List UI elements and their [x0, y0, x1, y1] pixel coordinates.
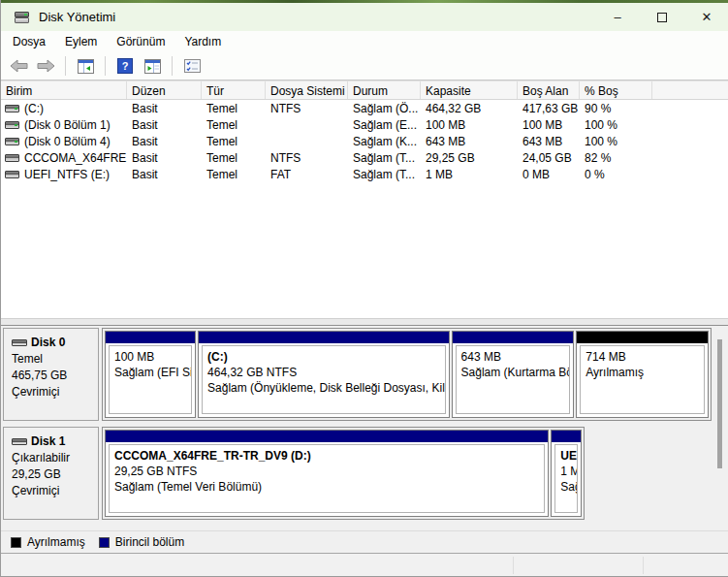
column-header-freespace[interactable]: Boş Alan [518, 81, 580, 99]
legend-primary-partition: Birincil bölüm [99, 535, 184, 549]
volume-pctfree: 82 % [580, 151, 652, 165]
volume-name: (Disk 0 Bölüm 1) [24, 118, 111, 132]
column-header-capacity[interactable]: Kapasite [421, 81, 518, 99]
partition-efi[interactable]: 100 MB Sağlam (EFI Sis [105, 331, 196, 418]
volume-list-pane: Birim Düzen Tür Dosya Sistemi Durum Kapa… [1, 80, 728, 318]
disk-management-window: Disk Yönetimi – ✕ Dosya Eylem Görünüm Ya… [0, 0, 728, 577]
volume-type: Temel [202, 102, 266, 115]
pane-splitter[interactable] [1, 318, 728, 326]
column-header-volume[interactable]: Birim [1, 81, 127, 99]
volume-name: (Disk 0 Bölüm 4) [24, 135, 111, 148]
window-title: Disk Yönetimi [39, 10, 115, 24]
properties-icon[interactable] [180, 54, 204, 78]
disk0-band: 100 MB Sağlam (EFI Sis (C:) 464,32 GB NT… [102, 328, 712, 421]
column-header-status[interactable]: Durum [348, 81, 421, 99]
volume-row[interactable]: UEFI_NTFS (E:) Basit Temel FAT Sağlam (T… [1, 166, 728, 182]
menu-action[interactable]: Eylem [55, 32, 107, 51]
toolbar-separator [105, 56, 106, 76]
volume-status: Sağlam (K... [348, 135, 421, 148]
partition-size: 29,25 GB NTFS [114, 464, 539, 479]
close-button[interactable]: ✕ [684, 3, 728, 31]
volume-capacity: 643 MB [421, 135, 518, 148]
partition-unallocated[interactable]: 714 MB Ayrılmamış [576, 331, 709, 418]
svg-text:?: ? [122, 60, 129, 72]
disk1-label-panel[interactable]: Disk 1 Çıkarılabilir 29,25 GB Çevrimiçi [3, 427, 99, 520]
volume-capacity: 29,25 GB [421, 151, 518, 165]
partition-size: 643 MB [461, 349, 565, 365]
vertical-scrollbar[interactable] [714, 328, 725, 529]
menu-help[interactable]: Yardım [174, 32, 231, 51]
volume-table-header: Birim Düzen Tür Dosya Sistemi Durum Kapa… [1, 80, 728, 100]
disk0-label-panel[interactable]: Disk 0 Temel 465,75 GB Çevrimiçi [3, 328, 99, 421]
menu-bar: Dosya Eylem Görünüm Yardım [1, 31, 728, 52]
volume-pctfree: 100 % [580, 135, 652, 148]
show-hide-icon[interactable] [141, 54, 164, 78]
drive-icon [5, 105, 19, 112]
column-header-layout[interactable]: Düzen [127, 81, 202, 99]
volume-type: Temel [202, 151, 266, 165]
volume-filesystem: FAT [266, 168, 348, 181]
partition-d[interactable]: CCCOMA_X64FRE_TR-TR_DV9 (D:) 29,25 GB NT… [105, 430, 549, 517]
disk1-size: 29,25 GB [12, 466, 98, 483]
volume-status: Sağlam (T... [348, 151, 421, 165]
drive-icon [5, 154, 19, 162]
primary-partition-bar [199, 332, 448, 343]
help-icon[interactable]: ? [113, 54, 137, 78]
partition-size: 714 MB [586, 349, 699, 365]
maximize-button[interactable] [640, 3, 684, 31]
status-divider [643, 557, 644, 574]
column-header-type[interactable]: Tür [202, 81, 266, 99]
volume-name: (C:) [24, 102, 44, 115]
graphical-view-pane: Disk 0 Temel 465,75 GB Çevrimiçi 100 MB … [1, 326, 728, 530]
disk0-name: Disk 0 [31, 335, 65, 351]
volume-layout: Basit [127, 102, 202, 115]
volume-capacity: 1 MB [421, 168, 518, 181]
volume-row[interactable]: (Disk 0 Bölüm 4) Basit Temel Sağlam (K..… [1, 133, 728, 149]
partition-name: UE [560, 448, 572, 464]
volume-row[interactable]: (C:) Basit Temel NTFS Sağlam (Ö... 464,3… [1, 100, 728, 116]
scrollbar-thumb[interactable] [717, 339, 722, 468]
partition-status: Ayrılmamış [586, 365, 699, 380]
console-tree-icon[interactable] [74, 54, 97, 78]
menu-view[interactable]: Görünüm [107, 32, 174, 51]
volume-filesystem: NTFS [266, 102, 348, 115]
volume-type: Temel [202, 135, 266, 148]
volume-row[interactable]: (Disk 0 Bölüm 1) Basit Temel Sağlam (E..… [1, 116, 728, 133]
disk1-kind: Çıkarılabilir [12, 450, 98, 466]
volume-layout: Basit [127, 118, 202, 132]
partition-uefi-ntfs[interactable]: UE 1 M Sağ [551, 430, 582, 517]
volume-capacity: 100 MB [421, 118, 518, 132]
disk0-status: Çevrimiçi [12, 384, 98, 401]
column-header-filesystem[interactable]: Dosya Sistemi [266, 81, 348, 99]
menu-file[interactable]: Dosya [3, 32, 55, 51]
disk-row-1: Disk 1 Çıkarılabilir 29,25 GB Çevrimiçi … [3, 427, 712, 520]
volume-capacity: 464,32 GB [421, 102, 518, 115]
partition-status: Sağlam (Kurtarma Böl [461, 365, 565, 380]
volume-name: UEFI_NTFS (E:) [24, 168, 110, 181]
column-header-pctfree[interactable]: % Boş [580, 81, 652, 99]
drive-icon [5, 171, 19, 178]
volume-layout: Basit [127, 168, 202, 181]
volume-type: Temel [202, 118, 266, 132]
volume-table-body: (C:) Basit Temel NTFS Sağlam (Ö... 464,3… [1, 100, 728, 182]
partition-c[interactable]: (C:) 464,32 GB NTFS Sağlam (Önyükleme, D… [198, 331, 449, 418]
legend-unallocated-label: Ayrılmamış [27, 535, 85, 549]
primary-partition-swatch-icon [99, 537, 110, 548]
toolbar: ? [1, 52, 728, 80]
partition-recovery[interactable]: 643 MB Sağlam (Kurtarma Böl [452, 331, 575, 418]
volume-row[interactable]: CCCOMA_X64FRE... Basit Temel NTFS Sağlam… [1, 149, 728, 166]
volume-pctfree: 100 % [580, 118, 652, 132]
partition-size: 1 M [560, 464, 572, 479]
primary-partition-bar [106, 431, 548, 442]
back-icon[interactable] [7, 54, 30, 78]
forward-icon[interactable] [34, 54, 57, 78]
volume-freespace: 24,05 GB [518, 151, 580, 165]
title-bar[interactable]: Disk Yönetimi – ✕ [1, 3, 728, 31]
primary-partition-bar [106, 332, 195, 343]
status-divider [513, 557, 514, 574]
toolbar-separator [65, 56, 66, 76]
minimize-button[interactable]: – [595, 3, 640, 31]
toolbar-separator [172, 56, 173, 76]
legend-bar: Ayrılmamış Birincil bölüm [1, 530, 728, 554]
disk1-status: Çevrimiçi [12, 483, 98, 499]
